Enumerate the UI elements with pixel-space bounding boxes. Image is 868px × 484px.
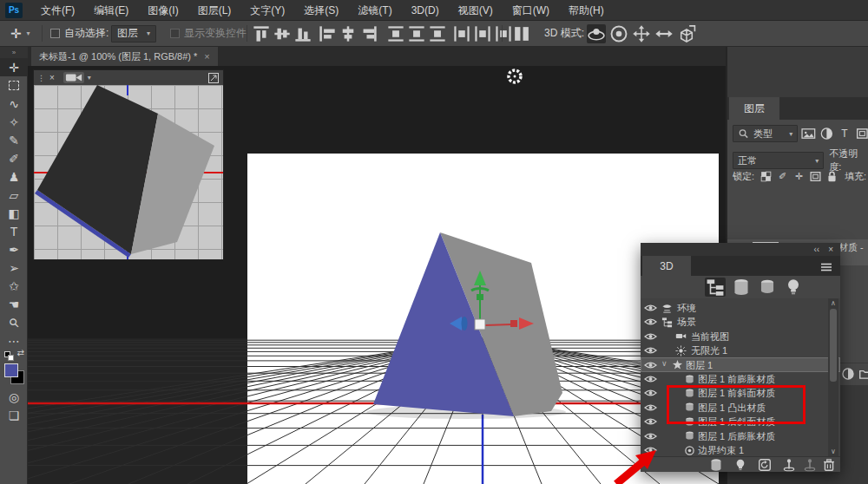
scroll-up-icon[interactable]: ∧ — [828, 299, 838, 307]
eye-icon[interactable] — [644, 403, 657, 412]
move-tool[interactable]: ✛ — [0, 58, 28, 76]
new-adjustment-layer-icon[interactable] — [840, 367, 856, 381]
auto-select-checkbox[interactable]: 自动选择: — [50, 21, 108, 46]
scale-x-handle[interactable] — [510, 320, 517, 327]
foreground-color-swatch[interactable] — [4, 363, 18, 377]
menu-filter[interactable]: 滤镜(T) — [348, 0, 401, 21]
delete-icon[interactable] — [821, 458, 837, 472]
menu-help[interactable]: 帮助(H) — [559, 0, 614, 21]
stamp-tool[interactable]: ♟ — [0, 167, 28, 186]
document-tab[interactable]: 未标题-1 @ 100% (图层 1, RGB/8#) * × — [31, 47, 218, 66]
align-left-icon[interactable] — [318, 24, 337, 43]
menu-file[interactable]: 文件(F) — [31, 0, 84, 21]
add-constraint-icon[interactable] — [781, 458, 797, 472]
eye-icon[interactable] — [644, 346, 657, 355]
3d-row-layer1-mesh[interactable]: ∨ 图层 1 — [641, 357, 840, 372]
lock-position-icon[interactable]: ✛ — [792, 170, 806, 183]
brush-tool[interactable]: ✐ — [0, 149, 28, 167]
rotate-z-handle[interactable] — [462, 317, 468, 330]
gizmo-center-cube[interactable] — [475, 319, 485, 330]
blend-mode-dropdown[interactable]: 正常 ▾ — [733, 152, 824, 169]
marquee-tool[interactable] — [0, 76, 28, 95]
swap-main-view-icon[interactable] — [207, 72, 220, 84]
3d-row-infinite-light[interactable]: 无限光 1 — [641, 343, 840, 357]
eye-icon[interactable] — [644, 304, 657, 312]
path-select-tool[interactable]: ➢ — [0, 258, 28, 277]
distribute-hcenter-icon[interactable] — [473, 24, 492, 43]
eye-icon[interactable] — [644, 361, 657, 370]
new-light-icon[interactable] — [733, 458, 748, 472]
layer-filter-dropdown[interactable]: 类型 ▾ — [733, 125, 798, 142]
filter-image-layers-icon[interactable] — [801, 127, 816, 141]
secondary-view-viewport[interactable] — [34, 85, 223, 259]
3d-roll-icon[interactable] — [609, 24, 628, 43]
tab-3d[interactable]: 3D — [642, 256, 691, 276]
panel-menu-icon[interactable] — [819, 260, 833, 271]
eye-icon[interactable] — [644, 417, 657, 426]
quick-mask-button[interactable]: ◎ — [0, 388, 28, 406]
new-group-icon[interactable] — [858, 367, 868, 381]
toolbar-grip[interactable]: » — [0, 47, 28, 58]
shape-tool[interactable]: ✩ — [0, 277, 28, 295]
clipped-texture-entry[interactable]: 材质 - — [838, 241, 864, 254]
distribute-top-icon[interactable] — [386, 24, 405, 43]
align-bottom-icon[interactable] — [293, 24, 312, 43]
align-hcenter-icon[interactable] — [339, 24, 358, 43]
distribute-vcenter-icon[interactable] — [407, 24, 426, 43]
pen-tool[interactable]: ✒ — [0, 240, 28, 258]
3d-slide-icon[interactable] — [654, 24, 674, 43]
filter-meshes-icon[interactable] — [731, 278, 752, 297]
align-top-icon[interactable] — [252, 24, 271, 43]
distribute-right-icon[interactable] — [494, 24, 513, 43]
align-right-icon[interactable] — [359, 24, 378, 43]
auto-select-target-dropdown[interactable]: 图层▾ — [111, 21, 156, 46]
3d-row-back-inflation-material[interactable]: 图层 1 后膨胀材质 — [641, 428, 840, 443]
3d-panel-scrollbar[interactable]: ∧ ∨ — [828, 298, 838, 456]
menu-window[interactable]: 窗口(W) — [503, 0, 559, 21]
eye-icon[interactable] — [644, 375, 657, 383]
secondary-view-grip-icon[interactable]: ⋮ — [37, 74, 46, 82]
3d-orbit-icon[interactable] — [587, 24, 606, 43]
menu-layer[interactable]: 图层(L) — [188, 0, 241, 21]
lock-pixels-icon[interactable]: ✐ — [775, 170, 790, 183]
current-tool-icon[interactable]: ✛▾ — [10, 21, 30, 46]
3d-row-current-view[interactable]: 当前视图 — [641, 329, 840, 343]
3d-row-boundary-constraint[interactable]: 边界约束 1 — [641, 442, 840, 456]
eye-icon[interactable] — [644, 317, 657, 326]
render-icon[interactable] — [757, 458, 773, 472]
zoom-tool[interactable]: ⚲ — [0, 313, 28, 331]
align-vcenter-icon[interactable] — [273, 24, 292, 43]
scroll-down-icon[interactable]: ∨ — [828, 448, 838, 455]
3d-row-scene[interactable]: 场景 — [641, 314, 840, 329]
collapse-panel-icon[interactable]: ‹‹ — [813, 245, 819, 254]
secondary-view-panel[interactable]: ⋮ × ▾ — [33, 69, 224, 260]
hand-tool[interactable]: ☚ — [0, 295, 28, 313]
menu-type[interactable]: 文字(Y) — [240, 0, 294, 21]
swap-colors-button[interactable]: ⇄ — [0, 350, 28, 362]
distribute-columns-icon[interactable] — [512, 24, 531, 43]
distribute-left-icon[interactable] — [452, 24, 471, 43]
expand-chevron-icon[interactable]: ∨ — [661, 359, 667, 368]
more-tools-button[interactable]: ⋯ — [0, 331, 28, 350]
3d-row-front-inflation-material[interactable]: 图层 1 前膨胀材质 — [641, 371, 840, 386]
menu-image[interactable]: 图像(I) — [138, 0, 187, 21]
scrollbar-thumb[interactable] — [830, 309, 837, 382]
lasso-tool[interactable]: ∿ — [0, 95, 28, 113]
camera-dropdown-chevron-icon[interactable]: ▾ — [88, 74, 91, 82]
lock-transparency-icon[interactable] — [759, 170, 773, 183]
screen-mode-button[interactable]: ❏ — [0, 406, 28, 424]
eraser-tool[interactable]: ▱ — [0, 186, 28, 204]
canvas-area[interactable]: ⋮ × ▾ — [28, 66, 726, 484]
close-document-icon[interactable]: × — [204, 51, 209, 62]
tab-layers[interactable]: 图层 — [729, 97, 779, 120]
distribute-bottom-icon[interactable] — [428, 24, 447, 43]
secondary-view-close-icon[interactable]: × — [49, 73, 55, 82]
eye-icon[interactable] — [644, 389, 657, 397]
scale-y-handle[interactable] — [477, 294, 483, 300]
filter-lights-icon[interactable] — [783, 278, 804, 297]
menu-select[interactable]: 选择(S) — [294, 0, 348, 21]
new-mesh-icon[interactable] — [708, 458, 724, 472]
3d-row-environment[interactable]: 环境 — [641, 300, 840, 315]
eye-icon[interactable] — [644, 332, 657, 341]
lock-artboard-icon[interactable] — [808, 170, 823, 183]
